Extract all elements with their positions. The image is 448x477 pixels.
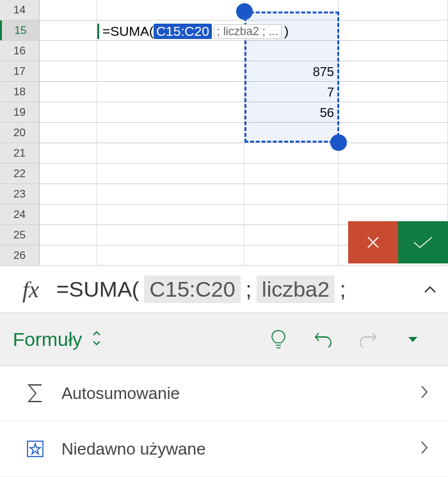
formula-prefix: =SUMA( [56,277,139,302]
cell[interactable] [40,0,97,20]
cell[interactable] [40,225,97,245]
row-header[interactable]: 20 [0,123,40,143]
lightbulb-button[interactable] [256,329,301,350]
formula-hint: ; liczba2 ; ... [214,24,282,39]
cell[interactable] [97,102,244,122]
row-header[interactable]: 18 [0,82,40,102]
row-header[interactable]: 22 [0,164,40,184]
row-header[interactable]: 23 [0,184,40,204]
cell[interactable] [97,0,244,20]
menu-item-autosum[interactable]: Autosumowanie [0,366,448,421]
cell[interactable] [244,41,339,61]
cell[interactable] [339,123,448,143]
cell[interactable] [244,164,339,184]
formula-arg2[interactable]: liczba2 [257,276,335,303]
inline-formula-editor[interactable]: =SUMA( C15:C20 ; liczba2 ; ... ) [97,21,289,42]
cell[interactable] [339,0,448,20]
cell[interactable] [97,184,244,204]
chevron-right-icon [420,440,429,458]
star-icon [19,439,51,458]
cell[interactable] [97,143,244,163]
cell[interactable] [97,225,244,245]
cell[interactable] [339,184,448,204]
row-header[interactable]: 21 [0,143,40,163]
chevron-up-icon [423,285,437,294]
cell[interactable] [339,61,448,81]
formulas-menu: Autosumowanie Niedawno używane [0,366,448,477]
formula-range-token[interactable]: C15:C20 [154,24,212,39]
undo-button[interactable] [301,331,346,348]
cell[interactable] [40,123,97,143]
formula-suffix: ) [282,24,289,39]
row-header[interactable]: 25 [0,225,40,245]
sigma-icon [19,382,51,404]
cell-value: 875 [313,64,334,79]
spreadsheet-grid[interactable]: 14 15 16 17875 187 1956 20 21 22 23 24 2… [0,0,448,265]
cell[interactable] [40,143,97,163]
cell[interactable] [97,82,244,102]
cell[interactable] [97,246,244,265]
cell[interactable] [97,123,244,143]
row-header[interactable]: 15 [0,20,40,40]
row-header[interactable]: 19 [0,102,40,122]
cell[interactable] [339,143,448,163]
cell[interactable] [244,225,339,245]
cell[interactable] [244,246,339,265]
caret-down-icon [407,336,419,343]
cell[interactable] [339,102,448,122]
fx-label: fx [5,276,56,303]
cell[interactable] [40,82,97,102]
redo-icon [358,331,378,348]
cell[interactable] [40,20,97,40]
formula-bar-collapse[interactable] [417,285,443,294]
formula-sep: ; [246,277,252,302]
cell-value: 56 [320,105,334,120]
cell[interactable] [339,82,448,102]
more-options-button[interactable] [390,336,435,343]
cell[interactable] [97,164,244,184]
check-icon [412,233,435,251]
confirm-button[interactable] [398,221,448,263]
cell[interactable] [40,102,97,122]
menu-item-recent[interactable]: Niedawno używane [0,421,448,477]
cell[interactable] [97,205,244,224]
formula-input[interactable]: =SUMA( C15:C20 ; liczba2 ; [56,276,417,303]
cell[interactable]: 7 [244,82,339,102]
cancel-button[interactable] [348,221,398,263]
toolbar-dropdown[interactable]: Formuły [13,329,82,350]
chevron-right-icon [420,384,429,402]
cell[interactable] [244,205,339,224]
row-header[interactable]: 26 [0,246,40,265]
row-header[interactable]: 17 [0,61,40,81]
cell[interactable]: 56 [244,102,339,122]
cell[interactable] [97,61,244,81]
undo-icon [314,331,333,348]
cell[interactable] [40,41,97,61]
cell[interactable] [40,205,97,224]
row-header[interactable]: 16 [0,41,40,61]
cell[interactable] [339,20,448,40]
cell[interactable] [244,184,339,204]
cell[interactable]: 875 [244,61,339,81]
cell[interactable] [40,164,97,184]
expand-collapse-icon[interactable] [90,329,104,350]
menu-item-label: Autosumowanie [51,384,420,403]
cell[interactable] [40,61,97,81]
selection-handle-top[interactable] [236,3,253,20]
menu-item-label: Niedawno używane [51,439,420,459]
selection-handle-bottom[interactable] [330,134,347,151]
redo-button[interactable] [346,331,390,348]
cell[interactable] [339,41,448,61]
close-icon [364,233,382,251]
cell[interactable] [339,164,448,184]
cell[interactable] [97,41,244,61]
lightbulb-icon [270,329,287,350]
cell[interactable] [40,184,97,204]
row-header[interactable]: 24 [0,205,40,224]
row-header[interactable]: 14 [0,0,40,20]
cell[interactable] [40,246,97,265]
cell[interactable] [244,123,339,143]
cell[interactable] [244,0,339,20]
formula-arg1[interactable]: C15:C20 [144,276,240,303]
cell[interactable] [244,143,339,163]
